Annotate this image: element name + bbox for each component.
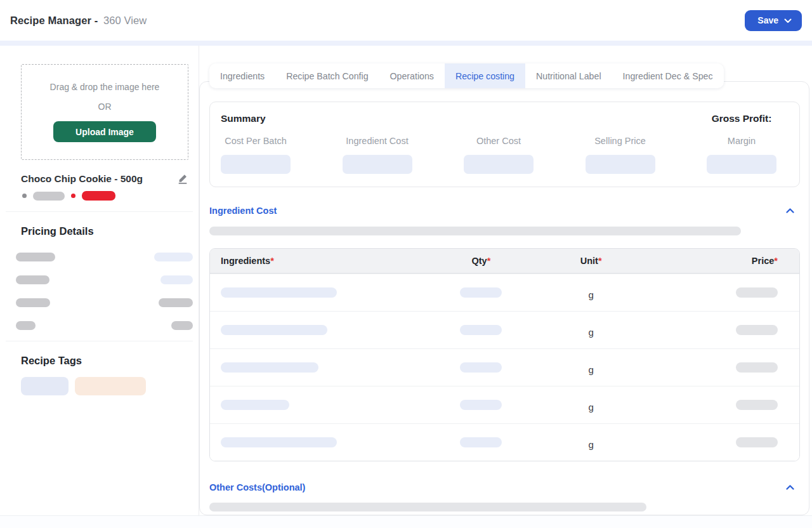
required-marker: * [270,256,274,266]
pricing-row [16,246,193,268]
product-status-row [22,191,193,201]
upload-image-button[interactable]: Upload Image [53,121,156,142]
ingredient-name-skeleton [221,400,289,410]
tab-recipe-costing[interactable]: Recipe costing [445,63,525,88]
table-row: g [210,274,799,311]
table-header-row: Ingredients* Qty* Unit* Price* [210,249,799,274]
recipe-manager-app: Recipe Manager - 360 View Save Drag & dr… [0,0,812,528]
status-dot-red [71,194,75,198]
pricing-value-skeleton [171,321,193,330]
chevron-down-icon[interactable] [784,15,792,25]
price-skeleton [736,362,778,373]
dropzone-text: Drag & drop the image here [50,82,160,92]
main-content: Ingredients Recipe Batch Config Operatio… [199,46,812,515]
other-costs-section-header: Other Costs(Optional) [209,482,800,492]
recipe-tags-title: Recipe Tags [21,355,193,367]
page-title: Recipe Manager - 360 View [10,15,147,27]
summary-col-selling-price: Selling Price [586,136,655,174]
table-row: g [210,386,799,423]
summary-col-cost-per-batch: Cost Per Batch [221,136,291,174]
pricing-skeleton-list [6,246,193,337]
pricing-label-skeleton [16,253,55,261]
status-badge-red [82,191,115,201]
unit-value: g [588,323,593,338]
header-divider-strip [0,41,812,46]
required-marker: * [598,256,602,266]
unit-value: g [588,360,593,375]
pricing-value-skeleton [159,298,193,307]
tab-ingredient-dec-spec[interactable]: Ingredient Dec & Spec [612,63,724,88]
ingredient-cost-section-header: Ingredient Cost [209,206,800,216]
qty-skeleton [460,437,502,447]
collapse-other-costs-button[interactable] [784,483,796,492]
qty-skeleton [460,325,502,335]
edit-pencil-icon[interactable] [177,173,188,185]
tab-ingredients[interactable]: Ingredients [209,63,275,88]
required-marker: * [487,256,491,266]
pricing-row [16,291,193,314]
ingredient-cost-skeleton-bar [209,227,741,235]
summary-value-skeleton [343,155,412,174]
price-skeleton [736,400,778,410]
summary-title: Summary [221,113,655,124]
recipe-costing-panel: Summary Gross Profit: Cost Per Batch Ing… [199,81,809,515]
summary-col-label: Other Cost [476,136,521,146]
summary-value-skeleton [464,155,534,174]
qty-skeleton [460,362,502,373]
chevron-up-icon [785,208,795,214]
table-row: g [210,423,799,461]
dropzone-or-text: OR [98,102,112,112]
other-costs-skeleton-bar [209,503,646,512]
col-header-unit: Unit* [580,256,602,266]
page-bottom-strip [0,515,812,528]
qty-skeleton [460,400,502,410]
product-name: Choco Chip Cookie - 500g [21,173,143,185]
required-marker: * [774,256,778,266]
summary-value-skeleton [707,155,776,174]
chevron-up-icon [785,484,795,491]
recipe-tags-list [21,377,193,395]
collapse-ingredient-cost-button[interactable] [784,206,796,215]
summary-col-margin: Margin [707,136,776,174]
pricing-label-skeleton [16,298,50,307]
save-button-label: Save [757,15,778,25]
summary-col-label: Cost Per Batch [225,136,287,146]
ingredient-name-skeleton [221,287,337,298]
col-header-price: Price* [649,256,799,266]
ingredient-name-skeleton [221,362,318,373]
save-button[interactable]: Save [745,10,802,31]
sidebar-divider [6,211,193,212]
status-skeleton-gray [33,192,65,201]
tab-bar: Ingredients Recipe Batch Config Operatio… [209,63,724,88]
ingredient-name-skeleton [221,325,327,335]
ingredient-cost-title: Ingredient Cost [209,206,277,216]
pricing-details-title: Pricing Details [21,225,193,237]
sidebar: Drag & drop the image here OR Upload Ima… [0,46,199,515]
tag-skeleton [75,377,146,395]
status-dot-gray [22,194,27,198]
pricing-label-skeleton [16,321,36,330]
image-dropzone[interactable]: Drag & drop the image here OR Upload Ima… [21,64,188,160]
unit-value: g [588,286,593,300]
price-skeleton [736,437,778,447]
price-skeleton [736,287,778,298]
summary-col-label: Ingredient Cost [346,136,408,146]
sidebar-divider [6,341,193,341]
price-skeleton [736,325,778,335]
summary-col-label: Margin [728,136,756,146]
pricing-value-skeleton [160,275,193,284]
tab-nutritional-label[interactable]: Nutritional Label [525,63,612,88]
other-costs-title: Other Costs(Optional) [209,482,305,492]
tab-recipe-batch-config[interactable]: Recipe Batch Config [275,63,379,88]
pricing-row [16,314,193,337]
summary-col-label: Selling Price [594,136,646,146]
table-row: g [210,311,799,348]
tab-operations[interactable]: Operations [379,63,445,88]
unit-value: g [588,435,593,450]
product-header: Choco Chip Cookie - 500g [21,173,188,185]
summary-value-skeleton [221,155,291,174]
tag-skeleton [21,377,69,395]
col-header-ingredients: Ingredients* [221,256,429,266]
unit-value: g [588,398,593,412]
pricing-value-skeleton [154,253,193,261]
